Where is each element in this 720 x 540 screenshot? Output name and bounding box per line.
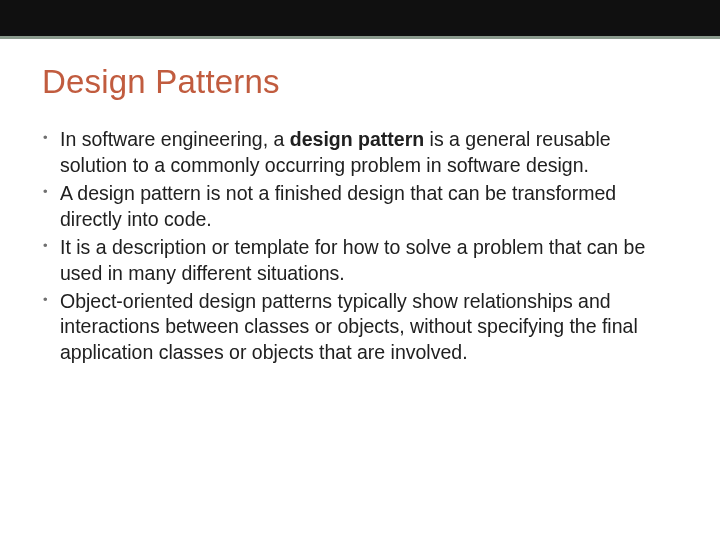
bullet-text-pre: It is a description or template for how …: [60, 236, 645, 284]
list-item: A design pattern is not a finished desig…: [42, 181, 678, 233]
bullet-text-pre: Object-oriented design patterns typicall…: [60, 290, 638, 364]
bullet-text-bold: design pattern: [290, 128, 424, 150]
slide-title: Design Patterns: [42, 63, 678, 101]
list-item: In software engineering, a design patter…: [42, 127, 678, 179]
list-item: Object-oriented design patterns typicall…: [42, 289, 678, 367]
list-item: It is a description or template for how …: [42, 235, 678, 287]
bullet-list: In software engineering, a design patter…: [42, 127, 678, 366]
bullet-text-pre: In software engineering, a: [60, 128, 290, 150]
slide-top-bar: [0, 0, 720, 36]
bullet-text-pre: A design pattern is not a finished desig…: [60, 182, 616, 230]
slide-content: Design Patterns In software engineering,…: [0, 39, 720, 366]
